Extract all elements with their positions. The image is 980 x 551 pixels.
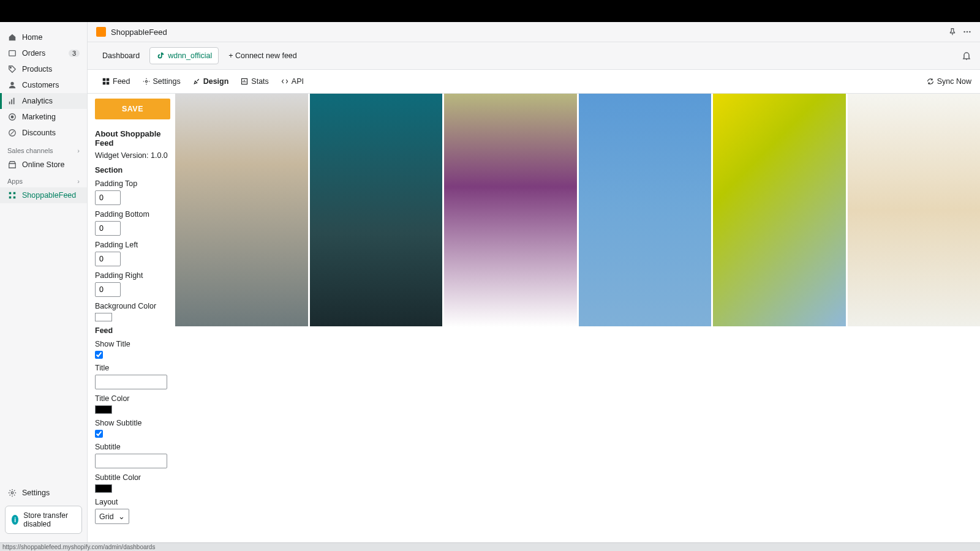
subtitle-color-label: Subtitle Color — [95, 473, 170, 482]
svg-point-15 — [967, 31, 968, 33]
top-black-bar — [0, 0, 980, 22]
transfer-disabled-pill[interactable]: i Store transfer disabled — [5, 506, 82, 534]
padding-right-input[interactable] — [95, 282, 121, 297]
sidebar-item-orders[interactable]: Orders 3 — [0, 45, 87, 61]
sidebar-heading-apps[interactable]: Apps › — [0, 173, 87, 187]
design-subtabs-row: Feed Settings Design Stats API Sync Now — [88, 70, 980, 94]
padding-top-label: Padding Top — [95, 179, 170, 188]
feed-tile[interactable] — [310, 94, 443, 326]
bell-icon[interactable] — [962, 51, 971, 61]
title-color-swatch[interactable] — [95, 405, 112, 414]
grid-icon — [102, 78, 110, 85]
feed-tile[interactable] — [579, 94, 712, 326]
sidebar-item-analytics[interactable]: Analytics — [0, 93, 87, 109]
info-icon: i — [12, 515, 18, 525]
gear-icon — [7, 488, 17, 498]
feed-tile[interactable] — [713, 94, 846, 326]
sidebar-item-products[interactable]: Products — [0, 61, 87, 77]
svg-rect-17 — [103, 78, 106, 81]
sidebar: Home Orders 3 Products Customers Analyti… — [0, 22, 88, 542]
tiktok-icon — [156, 51, 165, 60]
sidebar-item-settings[interactable]: Settings — [0, 485, 87, 501]
sidebar-item-label: Customers — [22, 81, 59, 89]
svg-rect-5 — [13, 98, 15, 105]
tab-dashboard[interactable]: Dashboard — [96, 48, 146, 64]
sidebar-item-label: Online Store — [22, 160, 64, 169]
main-area: ShoppableFeed Dashboard wdnn_official + … — [88, 22, 980, 542]
svg-point-7 — [11, 116, 13, 118]
padding-bottom-label: Padding Bottom — [95, 210, 170, 219]
chevron-down-icon: ⌄ — [118, 512, 125, 521]
sidebar-item-marketing[interactable]: Marketing — [0, 109, 87, 125]
sidebar-item-customers[interactable]: Customers — [0, 77, 87, 93]
subtab-design[interactable]: Design — [187, 73, 235, 89]
widget-version: Widget Version: 1.0.0 — [95, 151, 170, 160]
sidebar-item-discounts[interactable]: Discounts — [0, 125, 87, 141]
feed-tile[interactable] — [848, 94, 981, 326]
subtitle-color-swatch[interactable] — [95, 484, 112, 493]
title-input[interactable] — [95, 375, 167, 389]
show-title-label: Show Title — [95, 340, 170, 348]
sidebar-item-label: Orders — [22, 49, 45, 58]
layout-select[interactable]: Grid ⌄ — [95, 509, 129, 524]
gear-icon — [143, 78, 150, 85]
bg-color-swatch[interactable] — [95, 313, 112, 321]
svg-point-2 — [10, 82, 13, 85]
bg-color-label: Background Color — [95, 302, 170, 310]
tab-connect-new-feed[interactable]: + Connect new feed — [222, 48, 303, 64]
feed-tabs-row: Dashboard wdnn_official + Connect new fe… — [88, 42, 980, 70]
title-label: Title — [95, 364, 170, 372]
svg-rect-12 — [13, 197, 16, 199]
stats-icon — [241, 78, 248, 85]
subtab-settings[interactable]: Settings — [137, 73, 187, 89]
title-color-label: Title Color — [95, 394, 170, 403]
subtab-stats[interactable]: Stats — [235, 73, 275, 89]
save-button[interactable]: SAVE — [95, 99, 170, 119]
show-subtitle-label: Show Subtitle — [95, 419, 170, 427]
show-title-checkbox[interactable] — [95, 351, 103, 359]
marketing-icon — [7, 112, 17, 122]
padding-bottom-input[interactable] — [95, 221, 121, 236]
sync-now-button[interactable]: Sync Now — [927, 77, 971, 86]
feed-tile[interactable] — [444, 94, 577, 326]
store-icon — [7, 160, 17, 170]
svg-rect-18 — [107, 78, 110, 81]
subtitle-input[interactable] — [95, 454, 167, 468]
svg-rect-10 — [13, 192, 16, 195]
feed-tile[interactable] — [175, 94, 308, 326]
pin-icon[interactable] — [948, 28, 957, 36]
padding-left-input[interactable] — [95, 252, 121, 266]
tab-feed-account[interactable]: wdnn_official — [149, 47, 219, 64]
sidebar-item-online-store[interactable]: Online Store — [0, 157, 87, 173]
status-url: https://shoppablefeed.myshopify.com/admi… — [2, 544, 155, 550]
orders-badge: 3 — [69, 50, 80, 57]
design-panel: SAVE About Shoppable Feed Widget Version… — [88, 94, 175, 542]
feed-heading: Feed — [95, 326, 170, 335]
svg-rect-0 — [9, 51, 16, 56]
more-icon[interactable] — [963, 28, 971, 36]
sidebar-heading-sales-channels[interactable]: Sales channels › — [0, 142, 87, 157]
svg-rect-19 — [103, 82, 106, 85]
brush-icon — [193, 78, 200, 85]
chevron-right-icon: › — [77, 147, 80, 154]
status-bar: https://shoppablefeed.myshopify.com/admi… — [0, 542, 980, 551]
sidebar-item-label: Discounts — [22, 129, 56, 137]
app-icon — [7, 190, 17, 200]
code-icon — [281, 78, 288, 85]
subtab-feed[interactable]: Feed — [96, 73, 137, 89]
sidebar-item-shoppablefeed[interactable]: ShoppableFeed — [0, 187, 87, 203]
subtab-api[interactable]: API — [275, 73, 310, 89]
show-subtitle-checkbox[interactable] — [95, 430, 103, 438]
app-header: ShoppableFeed — [88, 22, 980, 42]
svg-rect-20 — [107, 82, 110, 85]
subtitle-label: Subtitle — [95, 443, 170, 451]
padding-top-input[interactable] — [95, 190, 121, 205]
products-icon — [7, 64, 17, 74]
sidebar-item-label: Home — [22, 33, 42, 42]
svg-point-16 — [969, 31, 971, 33]
sidebar-item-home[interactable]: Home — [0, 29, 87, 45]
chevron-right-icon: › — [77, 178, 80, 185]
svg-point-13 — [11, 492, 13, 494]
customers-icon — [7, 80, 17, 90]
home-icon — [7, 32, 17, 42]
